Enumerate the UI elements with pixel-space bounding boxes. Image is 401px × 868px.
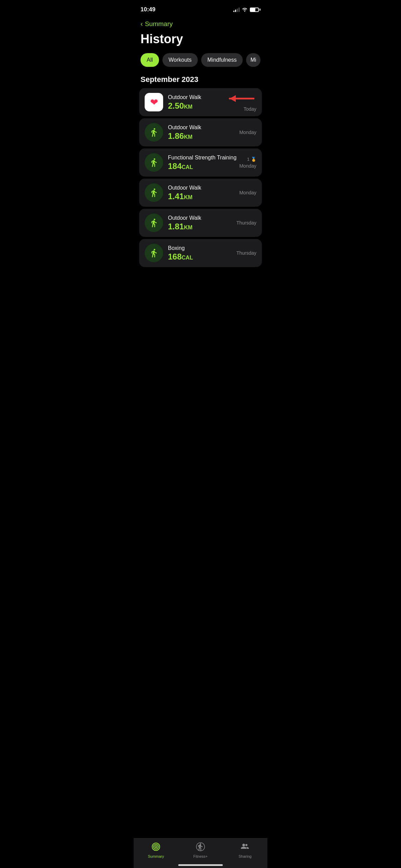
boxing-icon <box>149 248 159 258</box>
workout-list: ❤ Outdoor Walk 2.50km Today <box>134 88 267 267</box>
strength-icon <box>149 158 159 167</box>
page-title: History <box>134 29 267 53</box>
tab-summary[interactable]: Summary <box>142 842 170 858</box>
workout-meta-3: 1 🏅 Monday <box>239 157 256 169</box>
workout-day-1: Today <box>244 106 256 112</box>
battery-icon <box>250 8 260 12</box>
heart-icon: ❤ <box>150 97 158 108</box>
walk-icon <box>149 128 159 137</box>
walk-icon-4 <box>149 188 159 197</box>
workout-card-1[interactable]: ❤ Outdoor Walk 2.50km Today <box>139 88 262 116</box>
workout-icon-strength <box>145 153 163 172</box>
filter-mindfulness[interactable]: Mindfulness <box>201 53 243 67</box>
workout-day-5: Thursday <box>236 220 256 226</box>
back-button[interactable]: ‹ Summary <box>134 17 267 29</box>
workout-meta-2: Monday <box>239 130 256 135</box>
back-chevron-icon: ‹ <box>141 20 143 28</box>
workout-card-4[interactable]: Outdoor Walk 1.41km Monday <box>139 179 262 207</box>
workout-day-6: Thursday <box>236 250 256 256</box>
filter-all[interactable]: All <box>141 53 159 67</box>
medal-icon: 🏅 <box>251 157 256 162</box>
sharing-tab-label: Sharing <box>239 854 252 858</box>
signal-icon <box>233 7 240 12</box>
workout-icon-walk-4 <box>145 183 163 202</box>
workout-day-2: Monday <box>239 130 256 135</box>
svg-point-3 <box>154 844 158 849</box>
svg-point-4 <box>155 846 157 848</box>
section-header: September 2023 <box>134 75 267 88</box>
workout-card-6[interactable]: Boxing 168cal Thursday <box>139 239 262 267</box>
workout-day-4: Monday <box>239 190 256 195</box>
wifi-icon <box>242 7 248 13</box>
workout-meta-6: Thursday <box>236 250 256 256</box>
back-label: Summary <box>145 20 173 28</box>
workout-icon-walk-5 <box>145 214 163 232</box>
workout-badge-3: 1 🏅 <box>247 157 256 162</box>
status-icons <box>233 7 260 13</box>
status-time: 10:49 <box>141 6 155 13</box>
summary-tab-label: Summary <box>148 854 164 858</box>
workout-meta-4: Monday <box>239 190 256 195</box>
tab-sharing[interactable]: Sharing <box>231 842 259 858</box>
workout-icon-walk-2 <box>145 123 163 142</box>
filter-workouts[interactable]: Workouts <box>162 53 198 67</box>
filter-mix[interactable]: Mi <box>246 53 260 67</box>
workout-icon-health: ❤ <box>145 93 163 111</box>
walk-icon-5 <box>149 218 159 228</box>
workout-card-5[interactable]: Outdoor Walk 1.81km Thursday <box>139 209 262 237</box>
fitness-tab-label: Fitness+ <box>193 854 208 858</box>
tab-bar: Summary Fitness+ Sharing <box>134 838 267 868</box>
workout-icon-boxing <box>145 244 163 262</box>
workout-card-2[interactable]: Outdoor Walk 1.86km Monday <box>139 118 262 146</box>
home-indicator <box>178 864 223 866</box>
filter-row: All Workouts Mindfulness Mi <box>134 53 267 75</box>
workout-card-3[interactable]: Functional Strength Training 184cal 1 🏅 … <box>139 148 262 177</box>
sharing-tab-icon <box>240 842 250 853</box>
status-bar: 10:49 <box>134 0 267 17</box>
workout-day-3: Monday <box>239 163 256 169</box>
tab-fitness[interactable]: Fitness+ <box>187 842 214 858</box>
summary-tab-icon <box>151 842 161 853</box>
fitness-tab-icon <box>196 842 205 853</box>
svg-marker-1 <box>230 95 236 102</box>
workout-meta-5: Thursday <box>236 220 256 226</box>
